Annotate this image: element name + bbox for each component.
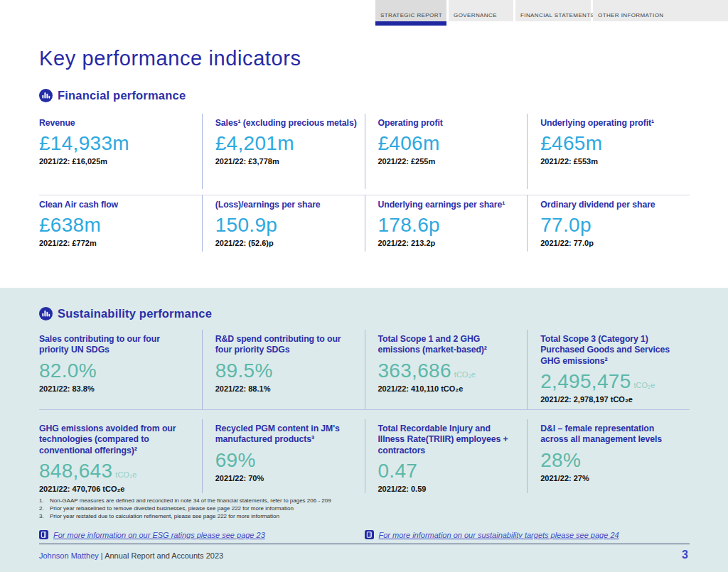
kpi-label: Revenue xyxy=(39,118,195,129)
esg-ratings-link[interactable]: For more information on our ESG ratings … xyxy=(39,530,365,539)
tab-strategic-report[interactable]: STRATEGIC REPORT xyxy=(375,0,446,26)
info-links-row: For more information on our ESG ratings … xyxy=(39,530,690,539)
kpi-card-clean-air-cash-flow: Clean Air cash flow £638m 2021/22: £772m xyxy=(39,195,202,252)
kpi-value: 0.47 xyxy=(378,460,520,482)
financial-kpi-row-1: Revenue £14,933m 2021/22: £16,025m Sales… xyxy=(39,114,690,189)
footnote-2: 2. Prior year rebaselined to remove dive… xyxy=(39,505,690,513)
kpi-prior-year: 2021/22: £255m xyxy=(378,157,520,166)
kpi-unit: tCO₂e xyxy=(115,470,136,479)
kpi-value: 2,495,475tCO₂e xyxy=(540,370,682,393)
kpi-number: 82.0% xyxy=(39,360,97,382)
page-number: 3 xyxy=(682,549,688,561)
kpi-value: £638m xyxy=(39,214,195,237)
kpi-prior-year: 2021/22: £553m xyxy=(540,157,682,166)
kpi-label: Underlying earnings per share¹ xyxy=(378,200,520,210)
sustainability-targets-link[interactable]: For more information on our sustainabili… xyxy=(365,530,690,539)
footnote-text: Prior year restated due to calculation r… xyxy=(50,513,279,521)
financial-section-header: Financial performance xyxy=(39,89,690,102)
kpi-label: Total Scope 3 (Category 1) Purchased Goo… xyxy=(540,334,680,367)
tab-financial-statements[interactable]: FINANCIAL STATEMENTS xyxy=(515,0,591,21)
kpi-prior-year: 2021/22: 2,978,197 tCO₂e xyxy=(540,395,682,404)
kpi-label: Sales¹ (excluding precious metals) xyxy=(215,118,358,129)
footnotes: 1. Non-GAAP measures are defined and rec… xyxy=(39,497,690,520)
footnote-number: 3. xyxy=(39,513,45,521)
kpi-prior-year: 2021/22: 70% xyxy=(215,474,358,482)
report-page: STRATEGIC REPORT GOVERNANCE FINANCIAL ST… xyxy=(0,0,728,572)
kpi-value: 28% xyxy=(540,449,682,472)
link-text[interactable]: For more information on our ESG ratings … xyxy=(53,531,265,539)
footnote-text: Non-GAAP measures are defined and reconc… xyxy=(50,497,331,505)
page-footer: Johnson Matthey | Annual Report and Acco… xyxy=(39,549,690,561)
kpi-label: Recycled PGM content in JM's manufacture… xyxy=(215,423,355,446)
kpi-value: 178.6p xyxy=(378,214,520,237)
page-title: Key performance indicators xyxy=(39,47,690,70)
kpi-card-recycled-pgm: Recycled PGM content in JM's manufacture… xyxy=(202,419,365,493)
kpi-card-revenue: Revenue £14,933m 2021/22: £16,025m xyxy=(39,114,202,189)
kpi-card-scope-1-2-ghg: Total Scope 1 and 2 GHG emissions (marke… xyxy=(365,330,528,410)
kpi-number: 848,643 xyxy=(39,460,112,482)
kpi-card-underlying-eps: Underlying earnings per share¹ 178.6p 20… xyxy=(365,195,528,252)
book-icon xyxy=(365,530,374,539)
footer-separator: | xyxy=(99,551,105,560)
kpi-card-female-representation: D&I – female representation across all m… xyxy=(527,419,690,493)
sustainability-kpi-row-1: Sales contributing to our four priority … xyxy=(39,330,690,410)
kpi-label: R&D spend contributing to our four prior… xyxy=(215,334,355,356)
kpi-number: 89.5% xyxy=(215,360,273,382)
kpi-prior-year: 2021/22: 77.0p xyxy=(540,239,682,247)
footer-text: Johnson Matthey | Annual Report and Acco… xyxy=(39,551,223,560)
kpi-label: D&I – female representation across all m… xyxy=(540,423,680,446)
footnote-number: 1. xyxy=(39,497,45,505)
kpi-number: 0.47 xyxy=(378,460,418,482)
sustainability-kpi-row-2: GHG emissions avoided from our technolog… xyxy=(39,419,690,493)
kpi-prior-year: 2021/22: 27% xyxy=(540,474,682,482)
kpi-card-ghg-avoided: GHG emissions avoided from our technolog… xyxy=(39,419,202,493)
bar-chart-icon xyxy=(39,307,53,320)
sustainability-heading: Sustainability performance xyxy=(58,307,212,320)
kpi-prior-year: 2021/22: 470,706 tCO₂e xyxy=(39,485,195,493)
kpi-card-underlying-operating-profit: Underlying operating profit¹ £465m 2021/… xyxy=(527,114,690,189)
footer-divider xyxy=(39,544,690,544)
kpi-unit: tCO₂e xyxy=(634,381,655,389)
kpi-value: 363,686tCO₂e xyxy=(378,360,520,382)
kpi-prior-year: 2021/22: £3,778m xyxy=(215,157,358,166)
kpi-label: Underlying operating profit¹ xyxy=(540,118,682,129)
kpi-card-triir: Total Recordable Injury and Illness Rate… xyxy=(365,419,528,493)
footnote-1: 1. Non-GAAP measures are defined and rec… xyxy=(39,497,690,505)
book-icon xyxy=(39,530,48,539)
kpi-card-sales: Sales¹ (excluding precious metals) £4,20… xyxy=(202,114,365,189)
kpi-label: (Loss)/earnings per share xyxy=(215,200,358,210)
kpi-label: GHG emissions avoided from our technolog… xyxy=(39,423,178,456)
tab-governance[interactable]: GOVERNANCE xyxy=(449,0,513,21)
financial-heading: Financial performance xyxy=(58,89,186,102)
footnote-text: Prior year rebaselined to remove diveste… xyxy=(50,505,294,513)
tab-other-information[interactable]: OTHER INFORMATION xyxy=(593,0,728,21)
kpi-number: 2,495,475 xyxy=(540,370,631,392)
kpi-prior-year: 2021/22: 410,110 tCO₂e xyxy=(378,384,520,393)
kpi-prior-year: 2021/22: £16,025m xyxy=(39,157,195,166)
kpi-label: Total Recordable Injury and Illness Rate… xyxy=(378,423,518,456)
sustainability-section: Sustainability performance Sales contrib… xyxy=(0,288,728,572)
kpi-card-scope-3-ghg: Total Scope 3 (Category 1) Purchased Goo… xyxy=(527,330,690,410)
kpi-label: Clean Air cash flow xyxy=(39,200,195,210)
kpi-label: Sales contributing to our four priority … xyxy=(39,334,178,356)
kpi-value: £14,933m xyxy=(39,132,195,155)
kpi-number: 28% xyxy=(540,449,581,471)
bar-chart-icon xyxy=(39,89,53,102)
top-tab-bar: STRATEGIC REPORT GOVERNANCE FINANCIAL ST… xyxy=(375,0,728,26)
kpi-label: Total Scope 1 and 2 GHG emissions (marke… xyxy=(378,334,518,356)
kpi-number: 69% xyxy=(215,449,256,471)
kpi-card-loss-earnings-per-share: (Loss)/earnings per share 150.9p 2021/22… xyxy=(202,195,365,252)
kpi-value: £4,201m xyxy=(215,132,358,155)
footer-report-title: Annual Report and Accounts 2023 xyxy=(105,551,223,560)
kpi-value: £406m xyxy=(378,132,520,155)
kpi-value: 69% xyxy=(215,449,358,472)
kpi-prior-year: 2021/22: 0.59 xyxy=(378,485,520,493)
footnote-number: 2. xyxy=(39,505,45,513)
kpi-prior-year: 2021/22: 213.2p xyxy=(378,239,520,247)
kpi-label: Ordinary dividend per share xyxy=(540,200,682,210)
kpi-prior-year: 2021/22: 83.8% xyxy=(39,384,195,393)
kpi-card-rd-spend-sdgs: R&D spend contributing to our four prior… xyxy=(202,330,365,410)
financial-kpi-row-2: Clean Air cash flow £638m 2021/22: £772m… xyxy=(39,195,690,252)
kpi-card-operating-profit: Operating profit £406m 2021/22: £255m xyxy=(365,114,528,189)
link-text[interactable]: For more information on our sustainabili… xyxy=(379,531,619,539)
